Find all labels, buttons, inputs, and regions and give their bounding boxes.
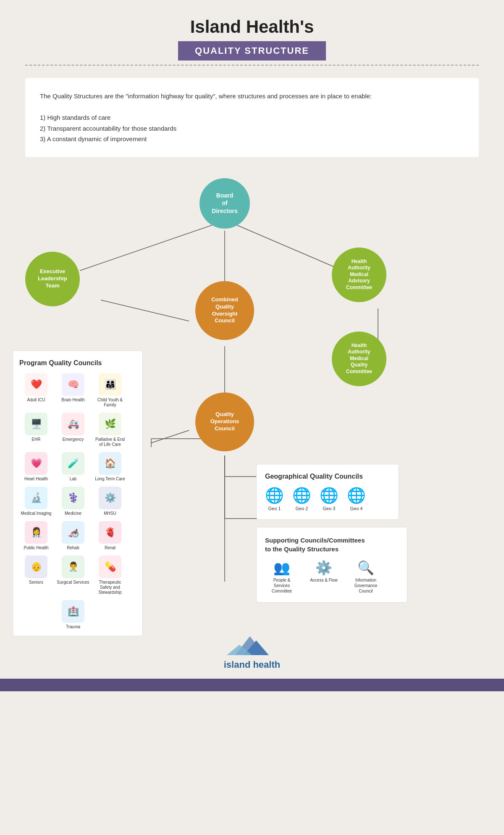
support-item-2: ⚙️ Access & Flow: [307, 560, 341, 583]
elt-label: ExecutiveLeadershipTeam: [38, 268, 67, 290]
geo3-icon: 🌐: [320, 487, 339, 504]
board-label: BoardofDirectors: [212, 192, 237, 215]
ehr-label: EHR: [32, 437, 40, 442]
pqc-item: ⚕️ Medicine: [56, 487, 90, 516]
hamac-label: HealthAuthorityMedicalAdvisoryCommittee: [346, 258, 372, 291]
pqc-item: 🌿 Palliative & End of Life Care: [93, 413, 127, 447]
access-flow-label: Access & Flow: [310, 577, 338, 583]
support-title: Supporting Councils/Committeesto the Qua…: [265, 536, 399, 553]
adult-icu-label: Adult ICU: [27, 398, 45, 403]
subtitle-banner: QUALITY STRUCTURE: [178, 41, 326, 61]
divider: [25, 65, 479, 66]
description-point-1: 1) High standards of care: [40, 112, 464, 123]
trauma-icon: 🏥: [62, 600, 84, 623]
svg-line-6: [151, 430, 189, 443]
description-box: The Quality Structures are the "informat…: [25, 78, 479, 157]
pqc-item: 🚑 Emergency: [56, 413, 90, 447]
pqc-grid: ❤️ Adult ICU 🧠 Brain Health 👨‍👩‍👧 Child …: [19, 373, 136, 630]
pqc-item: 🖥️ EHR: [19, 413, 53, 447]
support-item-3: 🔍 Information Governance Council: [349, 560, 383, 594]
pqc-item: 🫀 Renal: [93, 521, 127, 551]
brain-health-icon: 🧠: [62, 373, 84, 396]
description-intro: The Quality Structures are the "informat…: [40, 91, 464, 102]
pqc-item: 🔬 Medical Imaging: [19, 487, 53, 516]
public-health-icon: 👩‍⚕️: [25, 521, 47, 544]
header: Island Health's QUALITY STRUCTURE: [0, 0, 504, 65]
geo4-label: Geo 4: [350, 506, 363, 511]
pqc-item: ⚙️ MHSU: [93, 487, 127, 516]
seniors-icon: 👴: [25, 556, 47, 578]
hamqc-label: HealthAuthorityMedicalQualityCommittee: [346, 342, 372, 375]
pqc-item: 👨‍⚕️ Surgical Services: [56, 556, 90, 595]
geo2-label: Geo 2: [296, 506, 308, 511]
pqc-item: 💊 Therapeutic Safety and Stewardship: [93, 556, 127, 595]
trauma-label: Trauma: [66, 624, 80, 630]
mhsu-label: MHSU: [104, 511, 116, 516]
long-term-care-icon: 🏠: [99, 452, 121, 475]
seniors-label: Seniors: [29, 580, 43, 585]
medicine-label: Medicine: [65, 511, 81, 516]
child-youth-icon: 👨‍👩‍👧: [99, 373, 121, 396]
geo1-label: Geo 1: [268, 506, 281, 511]
org-chart: BoardofDirectors ExecutiveLeadershipTeam…: [0, 170, 504, 611]
public-health-label: Public Health: [24, 545, 49, 551]
therapeutic-icon: 💊: [99, 556, 121, 578]
mhsu-icon: ⚙️: [99, 487, 121, 509]
pqc-item: 👨‍👩‍👧 Child Youth & Family: [93, 373, 127, 408]
geo1-icon: 🌐: [265, 487, 284, 504]
geo3-label: Geo 3: [323, 506, 336, 511]
info-governance-icon: 🔍: [357, 560, 374, 576]
heart-health-label: Heart Health: [24, 477, 48, 482]
support-item-1: 👥 People & Services Committee: [265, 560, 299, 594]
geo-item-4: 🌐 Geo 4: [347, 487, 366, 511]
surgical-label: Surgical Services: [57, 580, 89, 585]
geo2-icon: 🌐: [292, 487, 311, 504]
geo-item-2: 🌐 Geo 2: [292, 487, 311, 511]
geo-row: 🌐 Geo 1 🌐 Geo 2 🌐 Geo 3 🌐 Geo 4: [265, 487, 390, 511]
hamqc-node: HealthAuthorityMedicalQualityCommittee: [332, 332, 386, 386]
pqc-item: 👴 Seniors: [19, 556, 53, 595]
description-point-3: 3) A constant dynamic of improvement: [40, 134, 464, 145]
palliative-icon: 🌿: [99, 413, 121, 435]
renal-label: Renal: [105, 545, 116, 551]
pqc-item: 👩‍⚕️ Public Health: [19, 521, 53, 551]
qoc-label: QualityOperationsCouncil: [210, 411, 239, 432]
lab-label: Lab: [70, 477, 77, 482]
medical-imaging-label: Medical Imaging: [21, 511, 52, 516]
mountain-svg: [227, 628, 277, 657]
cqoc-node: CombinedQualityOversightCouncil: [195, 281, 254, 340]
pqc-item: 🦽 Rehab: [56, 521, 90, 551]
emergency-label: Emergency: [63, 437, 84, 442]
pqc-item: 💗 Heart Health: [19, 452, 53, 482]
qoc-node: QualityOperationsCouncil: [195, 392, 254, 451]
palliative-label: Palliative & End of Life Care: [93, 437, 127, 447]
footer-brand-text: island health: [224, 659, 280, 670]
board-node: BoardofDirectors: [200, 178, 250, 229]
access-flow-icon: ⚙️: [315, 560, 332, 576]
geo-item-1: 🌐 Geo 1: [265, 487, 284, 511]
geo4-icon: 🌐: [347, 487, 366, 504]
support-row: 👥 People & Services Committee ⚙️ Access …: [265, 560, 399, 594]
elt-node: ExecutiveLeadershipTeam: [25, 252, 80, 306]
svg-line-3: [101, 300, 189, 321]
people-services-icon: 👥: [273, 560, 290, 576]
people-services-label: People & Services Committee: [265, 577, 299, 594]
subtitle-text: QUALITY STRUCTURE: [195, 45, 309, 56]
geo-box: Geographical Quality Councils 🌐 Geo 1 🌐 …: [256, 464, 399, 520]
pqc-box: Program Quality Councils ❤️ Adult ICU 🧠 …: [13, 350, 143, 636]
info-governance-label: Information Governance Council: [349, 577, 383, 594]
emergency-icon: 🚑: [62, 413, 84, 435]
pqc-item: ❤️ Adult ICU: [19, 373, 53, 408]
adult-icu-icon: ❤️: [25, 373, 47, 396]
pqc-item: 🧠 Brain Health: [56, 373, 90, 408]
heart-health-icon: 💗: [25, 452, 47, 475]
cqoc-label: CombinedQualityOversightCouncil: [211, 296, 238, 325]
pqc-item: 🏥 Trauma: [56, 600, 90, 630]
medicine-icon: ⚕️: [62, 487, 84, 509]
rehab-icon: 🦽: [62, 521, 84, 544]
ehr-icon: 🖥️: [25, 413, 47, 435]
lab-icon: 🧪: [62, 452, 84, 475]
support-box: Supporting Councils/Committeesto the Qua…: [256, 527, 407, 603]
pqc-item: 🧪 Lab: [56, 452, 90, 482]
child-youth-label: Child Youth & Family: [93, 398, 127, 408]
